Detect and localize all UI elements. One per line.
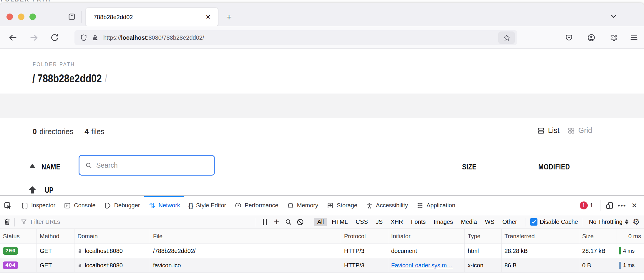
col-timeline[interactable]: 0 ms — [617, 229, 644, 244]
window-close-button[interactable] — [6, 14, 13, 20]
devtools-tab-application[interactable]: Application — [412, 196, 459, 215]
error-count: 1 — [590, 202, 593, 209]
active-tab[interactable]: 788b28e2dd02 ✕ — [86, 8, 218, 26]
breadcrumb-folder[interactable]: 788b28e2dd02 — [37, 72, 102, 85]
network-icon — [148, 202, 156, 209]
reload-button[interactable] — [49, 33, 60, 43]
filter-images[interactable]: Images — [430, 218, 456, 226]
url-text: https://localhost:8080/788b28e2dd02/ — [103, 34, 204, 41]
list-view-button[interactable]: List — [537, 126, 560, 135]
filter-other[interactable]: Other — [499, 218, 520, 226]
dropdown-updown-icon — [625, 219, 628, 224]
window-minimize-button[interactable] — [18, 14, 24, 20]
firefox-view-icon[interactable] — [67, 12, 77, 21]
col-type[interactable]: Type — [465, 229, 502, 244]
column-header-modified[interactable]: MODIFIED — [538, 163, 570, 171]
pause-recording-icon[interactable] — [259, 219, 271, 225]
divider — [0, 147, 644, 147]
bookmark-star-icon[interactable] — [498, 31, 515, 44]
devtools-tab-style-editor[interactable]: {} Style Editor — [184, 196, 230, 215]
file-cell: /788b28e2dd02/ — [150, 244, 341, 258]
lock-warning-icon[interactable] — [91, 34, 99, 42]
breadcrumb-root-slash[interactable]: / — [32, 72, 35, 85]
grid-view-button[interactable]: Grid — [567, 126, 592, 135]
breadcrumb: /788b28e2dd02/ — [32, 72, 107, 85]
filter-urls-input[interactable] — [31, 219, 253, 225]
devtools-tab-console[interactable]: Console — [59, 196, 99, 215]
filter-fonts[interactable]: Fonts — [408, 218, 429, 226]
network-settings-gear-icon[interactable]: ⚙ — [633, 217, 640, 227]
responsive-design-mode-icon[interactable] — [603, 201, 616, 210]
folder-path-label: FOLDER PATH — [33, 61, 75, 68]
filter-css[interactable]: CSS — [353, 218, 371, 226]
shield-icon[interactable] — [80, 34, 88, 42]
transferred-cell: 28.28 kB — [502, 244, 579, 258]
devtools-tab-network[interactable]: Network — [144, 196, 184, 215]
disable-cache-checkbox[interactable] — [530, 218, 537, 226]
filter-html[interactable]: HTML — [328, 218, 351, 226]
initiator-link[interactable]: FaviconLoader.sys.m… — [391, 262, 453, 269]
devtools-close-icon[interactable]: ✕ — [628, 201, 640, 210]
devtools-tab-label: Network — [159, 202, 180, 209]
disable-cache-label[interactable]: Disable Cache — [540, 219, 578, 225]
up-row-label: UP — [45, 186, 54, 194]
col-protocol[interactable]: Protocol — [341, 229, 388, 244]
url-bar[interactable]: https://localhost:8080/788b28e2dd02/ — [74, 30, 517, 45]
col-file[interactable]: File — [150, 229, 341, 244]
filter-xhr[interactable]: XHR — [387, 218, 406, 226]
pocket-icon[interactable] — [565, 33, 573, 42]
devtools-tab-debugger[interactable]: Debugger — [100, 196, 144, 215]
devtools-more-options-icon[interactable]: ••• — [616, 202, 628, 209]
new-request-plus-icon[interactable]: + — [271, 216, 283, 227]
waterfall-bar — [619, 247, 621, 254]
console-icon — [64, 202, 71, 209]
domain-cell: localhost:8080 — [74, 258, 150, 272]
col-transferred[interactable]: Transferred — [502, 229, 579, 244]
initiator-cell: document — [388, 244, 465, 258]
filter-js[interactable]: JS — [373, 218, 386, 226]
search-input[interactable] — [96, 161, 193, 169]
col-status[interactable]: Status — [0, 229, 37, 244]
error-badge-icon[interactable]: ! — [580, 201, 588, 209]
account-icon[interactable] — [587, 33, 596, 42]
pick-element-icon[interactable] — [0, 196, 15, 215]
back-button[interactable] — [8, 33, 18, 43]
filter-media[interactable]: Media — [458, 218, 480, 226]
devtools-tab-label: Inspector — [31, 202, 55, 209]
search-requests-icon[interactable] — [283, 218, 294, 226]
col-initiator[interactable]: Initiator — [388, 229, 465, 244]
col-method[interactable]: Method — [37, 229, 74, 244]
hamburger-menu-icon[interactable] — [629, 33, 639, 42]
up-directory-row[interactable]: UP — [0, 183, 644, 195]
block-requests-icon[interactable] — [294, 218, 306, 226]
extensions-puzzle-icon[interactable] — [609, 33, 618, 42]
clear-requests-trash-icon[interactable] — [3, 218, 11, 226]
protocol-cell: HTTP/3 — [341, 244, 388, 258]
devtools-tab-performance[interactable]: Performance — [230, 196, 283, 215]
devtools-tab-accessibility[interactable]: Accessibility — [361, 196, 412, 215]
devtools-tab-memory[interactable]: Memory — [283, 196, 322, 215]
devtools-tab-bar: Inspector Console Debugger Network {} St… — [0, 196, 644, 215]
network-request-row[interactable]: 200 GET localhost:8080 /788b28e2dd02/ HT… — [0, 244, 644, 258]
column-header-name[interactable]: NAME — [42, 163, 60, 171]
column-header-size[interactable]: SIZE — [462, 163, 477, 171]
sort-ascending-icon[interactable] — [28, 162, 36, 170]
filter-ws[interactable]: WS — [482, 218, 497, 226]
network-request-row[interactable]: 404 GET localhost:8080 favicon.ico HTTP/… — [0, 258, 644, 273]
timeline-cell: 1 ms — [617, 258, 644, 272]
throttling-dropdown[interactable]: No Throttling — [589, 219, 628, 225]
breadcrumb-trailing-slash: / — [105, 72, 107, 85]
list-all-tabs-chevron-icon[interactable] — [609, 11, 619, 21]
filter-all[interactable]: All — [314, 218, 327, 226]
forward-button[interactable] — [29, 33, 39, 43]
divider — [583, 218, 583, 226]
window-zoom-button[interactable] — [29, 14, 36, 20]
col-size[interactable]: Size — [579, 229, 617, 244]
col-domain[interactable]: Domain — [74, 229, 150, 244]
tab-close-icon[interactable]: ✕ — [204, 13, 213, 21]
devtools-tab-storage[interactable]: Storage — [322, 196, 361, 215]
directory-file-counts: 0directories 4files — [33, 127, 104, 136]
new-tab-button[interactable]: + — [224, 9, 234, 25]
search-box[interactable] — [79, 155, 215, 176]
devtools-tab-inspector[interactable]: Inspector — [17, 196, 59, 215]
